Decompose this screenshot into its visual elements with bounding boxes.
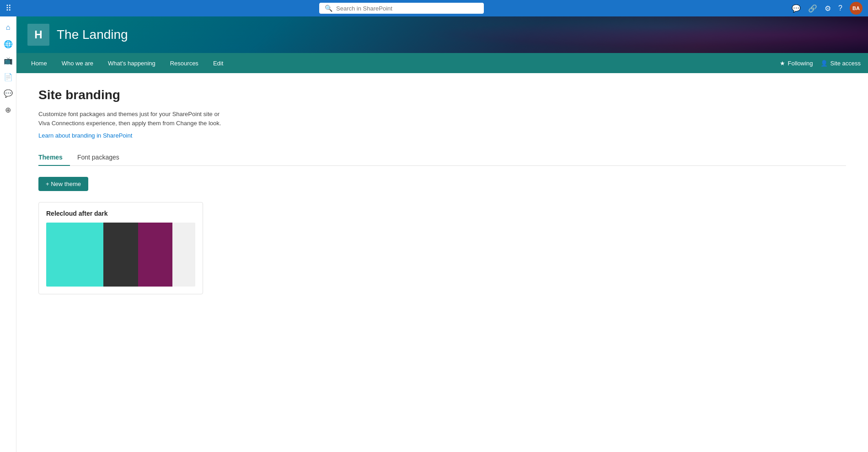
avatar[interactable]: BA	[850, 2, 863, 15]
following-label: Following	[788, 60, 813, 67]
content-area: H The Landing Home Who we are What's hap…	[16, 16, 868, 452]
nav-resources[interactable]: Resources	[163, 53, 206, 73]
nav-whats-happening[interactable]: What's happening	[101, 53, 163, 73]
network-icon[interactable]: 🔗	[808, 4, 817, 13]
sidebar-document-icon[interactable]: 📄	[1, 69, 16, 84]
search-input[interactable]	[336, 5, 478, 12]
theme-card-title: Relecloud after dark	[46, 210, 195, 217]
search-icon: 🔍	[325, 5, 332, 12]
top-bar-right: 💬 🔗 ⚙ ? BA	[792, 2, 863, 15]
page-description: Customize font packages and themes just …	[38, 110, 230, 128]
nav-edit[interactable]: Edit	[206, 53, 230, 73]
comment-icon[interactable]: 💬	[792, 4, 801, 13]
new-theme-button[interactable]: + New theme	[38, 177, 88, 191]
learn-link[interactable]: Learn about branding in SharePoint	[38, 132, 132, 139]
people-icon: 👤	[820, 60, 828, 67]
settings-icon[interactable]: ⚙	[825, 4, 831, 13]
theme-colors	[46, 223, 195, 287]
top-bar-left: ⠿	[5, 3, 11, 13]
nav-who-we-are[interactable]: Who we are	[54, 53, 101, 73]
color-swatch-light	[172, 223, 195, 287]
waffle-icon[interactable]: ⠿	[5, 3, 11, 13]
site-logo: H	[27, 24, 49, 46]
sidebar-add-icon[interactable]: ⊕	[1, 102, 16, 117]
site-access-label: Site access	[830, 60, 861, 67]
theme-card: Relecloud after dark	[38, 202, 203, 294]
star-icon: ★	[780, 60, 785, 67]
nav-following[interactable]: ★ Following	[780, 60, 813, 67]
sidebar-globe-icon[interactable]: 🌐	[1, 37, 16, 51]
sidebar-tv-icon[interactable]: 📺	[1, 53, 16, 68]
tab-font-packages[interactable]: Font packages	[77, 150, 127, 165]
search-box: 🔍	[319, 3, 484, 14]
color-swatch-purple	[138, 223, 172, 287]
nav-site-access[interactable]: 👤 Site access	[820, 60, 861, 67]
site-title: The Landing	[57, 27, 128, 42]
nav-bar: Home Who we are What's happening Resourc…	[16, 53, 868, 73]
tabs-row: Themes Font packages	[38, 150, 846, 166]
nav-right: ★ Following 👤 Site access	[780, 60, 861, 67]
help-icon[interactable]: ?	[838, 4, 842, 12]
color-swatch-cyan	[46, 223, 103, 287]
left-sidebar: ⌂ 🌐 📺 📄 💬 ⊕	[0, 16, 16, 452]
nav-home[interactable]: Home	[24, 53, 54, 73]
color-swatch-dark	[103, 223, 138, 287]
page-content: Site branding Customize font packages an…	[16, 73, 868, 452]
site-header: H The Landing	[16, 16, 868, 53]
main-layout: ⌂ 🌐 📺 📄 💬 ⊕ H The Landing Home Who we ar…	[0, 16, 868, 452]
sidebar-chat-icon[interactable]: 💬	[1, 86, 16, 101]
page-title: Site branding	[38, 88, 846, 102]
top-bar: ⠿ 🔍 💬 🔗 ⚙ ? BA	[0, 0, 868, 16]
sidebar-home-icon[interactable]: ⌂	[1, 20, 16, 35]
tab-themes[interactable]: Themes	[38, 150, 70, 165]
top-bar-center: 🔍	[11, 3, 792, 14]
